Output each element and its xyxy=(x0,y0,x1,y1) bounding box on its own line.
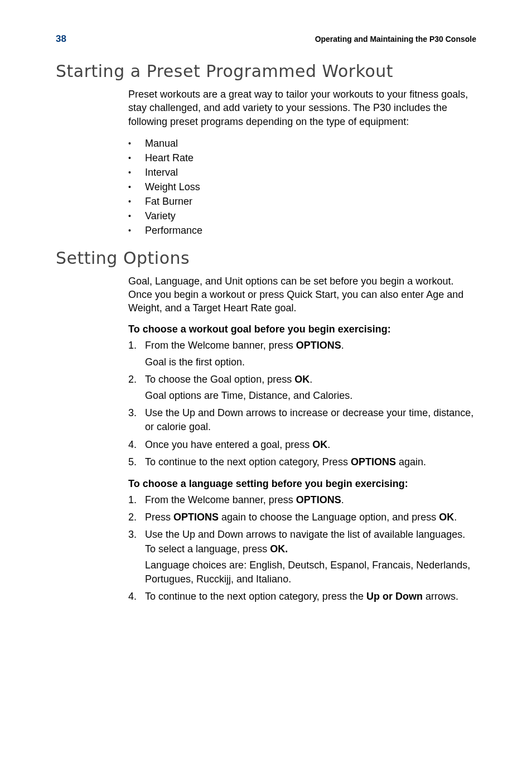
section-heading: Starting a Preset Programmed Workout xyxy=(56,61,476,81)
list-item: •Weight Loss xyxy=(128,180,476,194)
inline-bold: OPTIONS xyxy=(173,512,219,523)
list-item: •Interval xyxy=(128,165,476,180)
bullet-icon: • xyxy=(128,136,145,149)
list-item: 4.Once you have entered a goal, press OK… xyxy=(128,438,476,452)
section-body: Preset workouts are a great way to tailo… xyxy=(128,88,476,238)
inline-bold: OK xyxy=(439,512,454,523)
list-item: 5.To continue to the next option categor… xyxy=(128,455,476,469)
bullet-icon: • xyxy=(128,223,145,236)
bullet-icon: • xyxy=(128,165,145,178)
bullet-icon: • xyxy=(128,151,145,163)
step-content: To continue to the next option category,… xyxy=(145,455,476,469)
list-item-text: Heart Rate xyxy=(145,151,194,165)
list-item-text: Interval xyxy=(145,165,178,180)
bullet-icon: • xyxy=(128,194,145,207)
list-item: •Manual xyxy=(128,136,476,151)
step-content: Use the Up and Down arrows to navigate t… xyxy=(145,528,476,586)
inline-bold: OK xyxy=(294,374,309,385)
inline-bold: OPTIONS xyxy=(351,456,396,467)
list-item-text: Performance xyxy=(145,223,202,238)
list-item: 3.Use the Up and Down arrows to increase… xyxy=(128,406,476,434)
numbered-list: 1.From the Welcome banner, press OPTIONS… xyxy=(128,493,476,604)
step-number: 3. xyxy=(128,406,145,434)
step-subtext: Language choices are: English, Deutsch, … xyxy=(145,558,476,586)
step-number: 4. xyxy=(128,438,145,452)
list-item-text: Fat Burner xyxy=(145,194,192,209)
step-number: 1. xyxy=(128,339,145,369)
step-number: 2. xyxy=(128,373,145,403)
list-item-text: Manual xyxy=(145,136,178,151)
page-header: 38 Operating and Maintaining the P30 Con… xyxy=(56,33,476,45)
step-content: Once you have entered a goal, press OK. xyxy=(145,438,476,452)
step-content: From the Welcome banner, press OPTIONS.G… xyxy=(145,339,476,369)
page-number: 38 xyxy=(56,33,66,45)
inline-bold: OPTIONS xyxy=(296,340,341,351)
intro-paragraph: Preset workouts are a great way to tailo… xyxy=(128,88,476,128)
inline-bold: OK xyxy=(312,439,327,450)
list-item-text: Variety xyxy=(145,209,176,223)
bullet-icon: • xyxy=(128,209,145,221)
step-number: 5. xyxy=(128,455,145,469)
list-item: 2.Press OPTIONS again to choose the Lang… xyxy=(128,510,476,524)
step-content: To continue to the next option category,… xyxy=(145,590,476,604)
bullet-list: •Manual•Heart Rate•Interval•Weight Loss•… xyxy=(128,136,476,238)
step-content: Press OPTIONS again to choose the Langua… xyxy=(145,510,476,524)
list-item: 3.Use the Up and Down arrows to navigate… xyxy=(128,528,476,586)
intro-paragraph: Goal, Language, and Unit options can be … xyxy=(128,274,476,315)
list-item: 2.To choose the Goal option, press OK.Go… xyxy=(128,373,476,403)
section-body: Goal, Language, and Unit options can be … xyxy=(128,274,476,604)
step-number: 3. xyxy=(128,528,145,586)
inline-bold: Up or Down xyxy=(366,591,423,602)
step-content: Use the Up and Down arrows to increase o… xyxy=(145,406,476,434)
document-page: 38 Operating and Maintaining the P30 Con… xyxy=(0,0,532,757)
list-item: •Heart Rate xyxy=(128,151,476,165)
list-item: •Performance xyxy=(128,223,476,238)
bullet-icon: • xyxy=(128,180,145,192)
step-number: 4. xyxy=(128,590,145,604)
list-item: 1.From the Welcome banner, press OPTIONS… xyxy=(128,493,476,507)
section-heading: Setting Options xyxy=(56,248,476,268)
step-subtext: Goal options are Time, Distance, and Cal… xyxy=(145,389,476,403)
inline-bold: OPTIONS xyxy=(296,494,341,505)
list-item: 4.To continue to the next option categor… xyxy=(128,590,476,604)
step-content: From the Welcome banner, press OPTIONS. xyxy=(145,493,476,507)
step-content: To choose the Goal option, press OK.Goal… xyxy=(145,373,476,403)
running-header: Operating and Maintaining the P30 Consol… xyxy=(315,35,476,44)
step-number: 2. xyxy=(128,510,145,524)
procedure-heading: To choose a workout goal before you begi… xyxy=(128,324,476,335)
list-item-text: Weight Loss xyxy=(145,180,200,194)
list-item: •Fat Burner xyxy=(128,194,476,209)
list-item: •Variety xyxy=(128,209,476,223)
step-number: 1. xyxy=(128,493,145,507)
procedure-heading: To choose a language setting before you … xyxy=(128,478,476,490)
numbered-list: 1.From the Welcome banner, press OPTIONS… xyxy=(128,339,476,469)
step-subtext: Goal is the first option. xyxy=(145,355,476,369)
inline-bold: OK. xyxy=(270,543,288,555)
list-item: 1.From the Welcome banner, press OPTIONS… xyxy=(128,339,476,369)
